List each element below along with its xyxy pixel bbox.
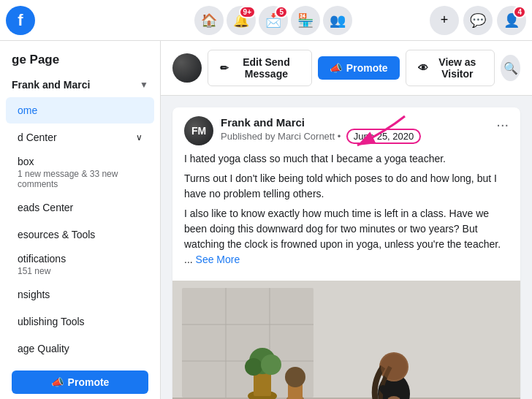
sidebar-item-notifications[interactable]: otifications 151 new bbox=[6, 248, 154, 281]
post-line-3: I also like to know exactly how much tim… bbox=[184, 206, 509, 267]
create-nav-button[interactable]: + bbox=[430, 6, 459, 35]
top-navigation: f 🏠 🔔 9+ 📩 5 🏪 👥 + 💬 👤 4 bbox=[0, 0, 532, 41]
yoga-illustration bbox=[172, 281, 520, 399]
svg-point-12 bbox=[261, 354, 281, 375]
home-icon: 🏠 bbox=[201, 12, 217, 28]
toolbar-actions: ✏ ✏ Edit Send Message Edit Send Message … bbox=[208, 50, 520, 86]
messenger-icon: 💬 bbox=[470, 12, 486, 28]
post-more-options[interactable]: ··· bbox=[496, 116, 509, 133]
post-page-avatar: FM bbox=[184, 116, 213, 145]
post-header: FM Frank and Marci Published by Marci Co… bbox=[172, 107, 520, 151]
post-line-1: I hated yoga class so much that I became… bbox=[184, 151, 509, 167]
sidebar-promote-button[interactable]: 📣 📣 Promote Promote bbox=[12, 370, 148, 394]
main-layout: ge Page Frank and Marci ▼ ome d Center ∨… bbox=[0, 41, 532, 399]
sidebar-page-selector[interactable]: Frank and Marci ▼ bbox=[0, 73, 160, 96]
svg-point-20 bbox=[381, 354, 407, 380]
messenger-nav-button[interactable]: 💬 bbox=[463, 6, 493, 35]
svg-point-11 bbox=[245, 358, 262, 376]
search-button[interactable]: 🔍 bbox=[501, 55, 520, 81]
facebook-logo[interactable]: f bbox=[6, 6, 35, 35]
sidebar-item-home[interactable]: ome bbox=[6, 97, 154, 123]
promote-icon: 📣 bbox=[51, 376, 64, 388]
chevron-down-icon: ∨ bbox=[136, 132, 142, 142]
page-avatar bbox=[172, 53, 202, 83]
page-toolbar: ✏ ✏ Edit Send Message Edit Send Message … bbox=[161, 41, 532, 96]
edit-send-message-button[interactable]: ✏ ✏ Edit Send Message Edit Send Message bbox=[208, 50, 312, 86]
notifications-badge: 9+ bbox=[239, 6, 256, 18]
messages-badge: 5 bbox=[275, 6, 288, 18]
sidebar-page-name-label: Frank and Marci bbox=[12, 79, 90, 91]
home-nav-button[interactable]: 🏠 bbox=[194, 6, 224, 35]
chevron-down-icon: ▼ bbox=[140, 80, 148, 90]
post-image bbox=[172, 281, 520, 399]
post-body: I hated yoga class so much that I became… bbox=[172, 151, 520, 281]
nav-right: + 💬 👤 4 bbox=[395, 6, 526, 35]
profile-badge: 4 bbox=[513, 6, 526, 18]
friends-icon: 👥 bbox=[330, 12, 346, 28]
marketplace-nav-button[interactable]: 🏪 bbox=[291, 6, 320, 35]
view-as-visitor-button[interactable]: 👁 👁 View as Visitor View as Visitor bbox=[406, 50, 495, 86]
sidebar-item-insights[interactable]: nsights bbox=[6, 281, 154, 308]
main-content: ✏ ✏ Edit Send Message Edit Send Message … bbox=[161, 41, 532, 399]
nav-center: 🏠 🔔 9+ 📩 5 🏪 👥 bbox=[152, 6, 395, 35]
promote-button[interactable]: 📣 📣 Promote Promote bbox=[318, 56, 400, 80]
nav-left: f bbox=[6, 6, 152, 35]
profile-nav-button[interactable]: 👤 4 bbox=[497, 6, 526, 35]
sidebar-item-page-quality[interactable]: age Quality bbox=[6, 335, 154, 362]
post-published-info: Published by Marci Cornett • June 25, 20… bbox=[221, 129, 496, 144]
eye-icon: 👁 bbox=[418, 62, 428, 74]
sidebar-item-publishing-tools[interactable]: ublishing Tools bbox=[6, 308, 154, 335]
sidebar: ge Page Frank and Marci ▼ ome d Center ∨… bbox=[0, 41, 161, 399]
post-line-2: Turns out I don't like being told which … bbox=[184, 171, 509, 202]
notifications-nav-button[interactable]: 🔔 9+ bbox=[227, 6, 256, 35]
marketplace-icon: 🏪 bbox=[297, 12, 314, 28]
sidebar-title: ge Page bbox=[0, 50, 160, 73]
sidebar-item-leads-center[interactable]: eads Center bbox=[6, 194, 154, 221]
post-author: Frank and Marci bbox=[221, 116, 496, 129]
post-meta: Frank and Marci Published by Marci Corne… bbox=[221, 116, 496, 144]
messages-nav-button[interactable]: 📩 5 bbox=[259, 6, 288, 35]
friends-nav-button[interactable]: 👥 bbox=[323, 6, 352, 35]
sidebar-item-ad-center[interactable]: d Center ∨ bbox=[6, 124, 154, 151]
post-date[interactable]: June 25, 2020 bbox=[346, 129, 421, 144]
svg-point-15 bbox=[285, 367, 305, 387]
post-card: FM Frank and Marci Published by Marci Co… bbox=[172, 107, 520, 399]
sidebar-item-resources[interactable]: esources & Tools bbox=[6, 221, 154, 248]
see-more-link[interactable]: See More bbox=[196, 254, 240, 265]
sidebar-item-inbox[interactable]: box 1 new message & 33 new comments bbox=[6, 151, 154, 194]
megaphone-icon: 📣 bbox=[330, 62, 342, 74]
add-icon: + bbox=[441, 12, 449, 28]
edit-icon: ✏ bbox=[220, 62, 229, 74]
search-icon: 🔍 bbox=[503, 61, 518, 75]
